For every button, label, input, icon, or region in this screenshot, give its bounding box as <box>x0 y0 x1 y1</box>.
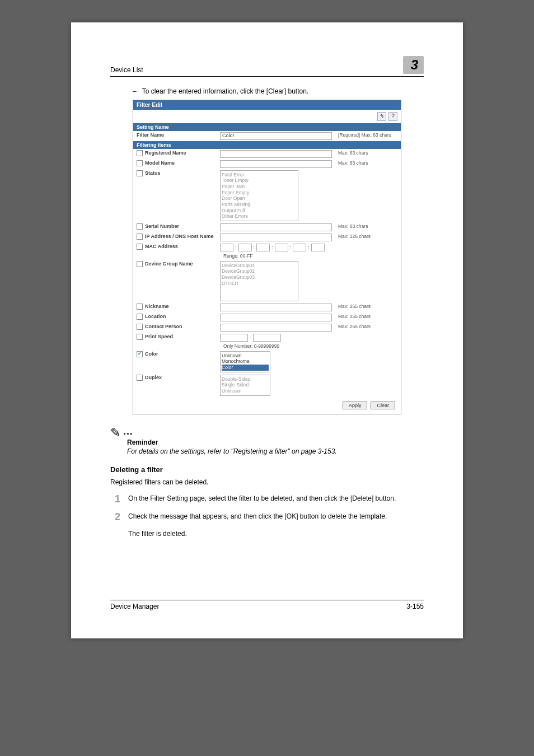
footer-right: 3-155 <box>406 603 424 610</box>
color-opt-0[interactable]: Unknown <box>222 353 269 359</box>
print-speed-sep: - <box>250 335 251 340</box>
hint-nickname: Max: 255 chars <box>336 304 397 309</box>
row-serial-number: Serial Number Max: 63 chars <box>133 222 401 232</box>
cb-ip-dns[interactable] <box>137 234 143 240</box>
cb-color[interactable]: ✓ <box>137 351 143 357</box>
filter-edit-screenshot: Filter Edit ↰ ? Setting Name Filter Name… <box>133 100 401 414</box>
row-nickname: Nickname Max: 255 chars <box>133 302 401 312</box>
status-opt-3[interactable]: Paper Empty <box>222 190 297 196</box>
duplex-opt-2[interactable]: Unknown <box>222 388 269 394</box>
hint-registered-name: Max: 63 chars <box>336 150 397 156</box>
status-opt-5[interactable]: Parts Missing <box>222 202 297 208</box>
status-opt-6[interactable]: Output Full <box>222 208 297 214</box>
status-opt-1[interactable]: Toner Empty <box>222 178 297 184</box>
apply-button[interactable]: Apply <box>343 402 368 409</box>
mac-oct-5[interactable] <box>293 244 306 251</box>
input-nickname[interactable] <box>220 304 332 311</box>
status-opt-4[interactable]: Door Open <box>222 195 297 202</box>
duplex-opt-1[interactable]: Single-Sided <box>222 382 269 388</box>
dg-opt-3[interactable]: OTHER <box>222 281 297 287</box>
mac-oct-1[interactable] <box>220 244 233 251</box>
input-print-speed-from[interactable] <box>220 334 248 342</box>
label-serial-number: Serial Number <box>145 223 179 229</box>
cb-nickname[interactable] <box>137 304 143 310</box>
page-header: Device List 3 <box>110 56 424 74</box>
listbox-status[interactable]: Fatal Error Toner Empty Paper Jam Paper … <box>220 170 298 221</box>
mac-range: Range: 00-FF <box>223 253 252 259</box>
dg-opt-0[interactable]: DeviceGroup01 <box>222 263 297 269</box>
row-model-name: Model Name Max: 63 chars <box>133 159 401 169</box>
input-registered-name[interactable] <box>220 150 332 158</box>
row-mac: MAC Address : : : : : Range: 00-FF <box>133 242 401 260</box>
mac-oct-4[interactable] <box>275 244 288 251</box>
label-mac: MAC Address <box>145 244 178 249</box>
input-model-name[interactable] <box>220 160 332 168</box>
status-opt-2[interactable]: Paper Jam <box>222 184 297 190</box>
cb-print-speed[interactable] <box>137 334 143 340</box>
cb-registered-name[interactable] <box>137 150 143 156</box>
print-speed-range: Only Number: 0-99999999 <box>223 343 279 349</box>
input-contact[interactable] <box>220 324 332 332</box>
duplex-opt-0[interactable]: Double-Sided <box>222 376 269 382</box>
row-filter-name: Filter Name Color [Required] Max: 63 cha… <box>133 131 401 141</box>
input-ip-dns[interactable] <box>220 234 332 241</box>
input-print-speed-to[interactable] <box>253 334 281 342</box>
listbox-device-group[interactable]: DeviceGroup01 DeviceGroup02 DeviceGroup0… <box>220 261 298 301</box>
step-2-text: Check the message that appears, and then… <box>128 512 424 522</box>
label-contact: Contact Person <box>145 324 182 329</box>
label-ip-dns: IP Address / DNS Host Name <box>145 234 214 239</box>
color-opt-2[interactable]: Color <box>222 365 269 371</box>
chapter-number: 3 <box>411 57 418 72</box>
step-1-number: 1 <box>110 494 120 504</box>
back-icon[interactable]: ↰ <box>377 112 386 121</box>
cb-mac[interactable] <box>137 244 143 250</box>
section-setting-name: Setting Name <box>133 123 401 131</box>
running-head: Device List <box>110 66 143 74</box>
note-dots: … <box>123 426 134 437</box>
cb-location[interactable] <box>137 314 143 320</box>
status-opt-7[interactable]: Other Errors <box>222 213 297 220</box>
chapter-marker: 3 <box>403 56 424 74</box>
mac-oct-2[interactable] <box>238 244 252 251</box>
page-footer: Device Manager 3-155 <box>110 600 424 610</box>
header-rule <box>110 76 424 77</box>
status-opt-0[interactable]: Fatal Error <box>222 172 297 178</box>
row-location: Location Max: 255 chars <box>133 312 401 323</box>
mac-oct-3[interactable] <box>256 244 270 251</box>
chapter-number-box: 3 <box>403 56 424 74</box>
hint-filter-name: [Required] Max: 63 chars <box>336 132 397 138</box>
hint-ip-dns: Max: 126 chars <box>336 234 397 239</box>
label-location: Location <box>145 314 166 319</box>
cb-duplex[interactable] <box>137 375 143 381</box>
deleting-intro: Registered filters can be deleted. <box>110 478 424 486</box>
listbox-duplex[interactable]: Double-Sided Single-Sided Unknown <box>220 375 270 396</box>
color-opt-1[interactable]: Monochrome <box>222 358 269 365</box>
clear-button[interactable]: Clear <box>371 402 395 409</box>
label-filter-name: Filter Name <box>137 132 218 138</box>
document-page: Device List 3 – To clear the entered inf… <box>71 22 463 638</box>
mac-oct-6[interactable] <box>311 244 325 251</box>
input-filter-name[interactable]: Color <box>220 132 332 140</box>
dg-opt-2[interactable]: DeviceGroup03 <box>222 274 297 281</box>
hint-location: Max: 255 chars <box>336 314 397 319</box>
input-location[interactable] <box>220 314 332 321</box>
step-result: The filter is deleted. <box>128 530 424 538</box>
dg-opt-1[interactable]: DeviceGroup02 <box>222 268 297 274</box>
cb-device-group[interactable] <box>137 261 143 267</box>
note-block: ✎ … Reminder For details on the settings… <box>110 424 424 455</box>
section-filtering-items: Filtering Items <box>133 141 401 149</box>
cb-status[interactable] <box>137 170 143 176</box>
step-2: 2 Check the message that appears, and th… <box>110 512 424 522</box>
listbox-color[interactable]: Unknown Monochrome Color <box>220 351 270 372</box>
button-row: Apply Clear <box>133 397 401 414</box>
label-model-name: Model Name <box>145 160 175 166</box>
cb-model-name[interactable] <box>137 160 143 166</box>
row-print-speed: Print Speed - Only Number: 0-99999999 <box>133 333 401 350</box>
label-color: Color <box>145 351 158 357</box>
help-icon[interactable]: ? <box>388 112 397 121</box>
reminder-heading: Reminder <box>127 438 424 446</box>
input-serial-number[interactable] <box>220 223 332 231</box>
bullet-item: – To clear the entered information, clic… <box>133 87 424 96</box>
cb-serial-number[interactable] <box>137 223 143 230</box>
cb-contact[interactable] <box>137 324 143 330</box>
